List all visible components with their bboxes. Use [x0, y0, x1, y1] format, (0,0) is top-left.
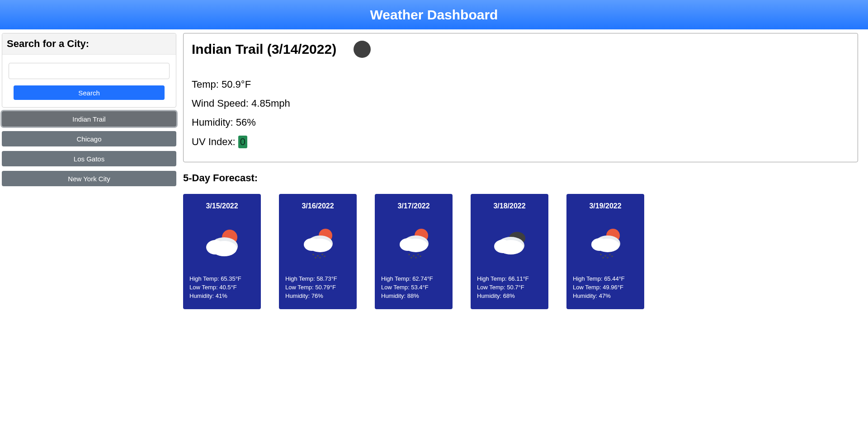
current-uv-label: UV Index:: [192, 136, 238, 147]
forecast-stats: High Temp: 65.35°FLow Temp: 40.5°FHumidi…: [189, 275, 255, 299]
history-item[interactable]: Indian Trail: [2, 111, 176, 127]
cloud-sun-rain-icon: [573, 224, 638, 260]
forecast-high: High Temp: 65.35°F: [189, 275, 255, 282]
app-title: Weather Dashboard: [370, 7, 498, 23]
history-item[interactable]: Chicago: [2, 131, 176, 146]
forecast-date: 3/15/2022: [189, 202, 255, 210]
forecast-card: 3/19/2022High Temp: 65.44°FLow Temp: 49.…: [566, 194, 644, 309]
current-stats: Temp: 50.9°F Wind Speed: 4.85mph Humidit…: [192, 79, 849, 148]
search-button[interactable]: Search: [14, 85, 165, 100]
forecast-title: 5-Day Forecast:: [183, 172, 858, 184]
search-title: Search for a City:: [2, 33, 176, 55]
current-uv-row: UV Index: 0: [192, 136, 849, 148]
forecast-high: High Temp: 65.44°F: [573, 275, 638, 282]
current-wind: Wind Speed: 4.85mph: [192, 98, 849, 109]
forecast-stats: High Temp: 65.44°FLow Temp: 49.96°FHumid…: [573, 275, 638, 299]
current-temp: Temp: 50.9°F: [192, 79, 849, 90]
history-item[interactable]: New York City: [2, 171, 176, 186]
forecast-card: 3/17/2022High Temp: 62.74°FLow Temp: 53.…: [375, 194, 453, 309]
cloud-sun-rain-icon: [381, 224, 446, 260]
forecast-stats: High Temp: 58.73°FLow Temp: 50.79°FHumid…: [285, 275, 350, 299]
forecast-card: 3/16/2022High Temp: 58.73°FLow Temp: 50.…: [279, 194, 357, 309]
search-history-list: Indian TrailChicagoLos GatosNew York Cit…: [2, 111, 176, 186]
search-body: Search: [2, 55, 176, 100]
app-header: Weather Dashboard: [0, 0, 868, 29]
forecast-date: 3/19/2022: [573, 202, 638, 210]
main-container: Search for a City: Search Indian TrailCh…: [0, 29, 868, 309]
current-humidity: Humidity: 56%: [192, 117, 849, 128]
forecast-date: 3/16/2022: [285, 202, 350, 210]
sidebar: Search for a City: Search Indian TrailCh…: [0, 33, 176, 309]
search-panel: Search for a City: Search: [2, 33, 176, 108]
current-weather-card: Indian Trail (3/14/2022) Temp: 50.9°F Wi…: [183, 33, 858, 162]
forecast-high: High Temp: 62.74°F: [381, 275, 446, 282]
current-weather-icon: [354, 41, 371, 58]
cloud-sun-icon: [189, 224, 255, 260]
forecast-humidity: Humidity: 41%: [189, 292, 255, 299]
forecast-date: 3/18/2022: [477, 202, 542, 210]
forecast-low: Low Temp: 49.96°F: [573, 284, 638, 291]
forecast-humidity: Humidity: 47%: [573, 292, 638, 299]
cloud-sun-rain-icon: [285, 224, 350, 260]
forecast-stats: High Temp: 62.74°FLow Temp: 53.4°FHumidi…: [381, 275, 446, 299]
current-title-row: Indian Trail (3/14/2022): [192, 41, 849, 58]
forecast-card: 3/18/2022High Temp: 66.11°FLow Temp: 50.…: [471, 194, 548, 309]
forecast-high: High Temp: 66.11°F: [477, 275, 542, 282]
forecast-stats: High Temp: 66.11°FLow Temp: 50.7°FHumidi…: [477, 275, 542, 299]
main-content: Indian Trail (3/14/2022) Temp: 50.9°F Wi…: [183, 33, 868, 309]
forecast-low: Low Temp: 40.5°F: [189, 284, 255, 291]
uv-index-badge: 0: [238, 136, 247, 148]
forecast-low: Low Temp: 50.79°F: [285, 284, 350, 291]
forecast-high: High Temp: 58.73°F: [285, 275, 350, 282]
cloud-overcast-icon: [477, 224, 542, 260]
forecast-low: Low Temp: 50.7°F: [477, 284, 542, 291]
history-item[interactable]: Los Gatos: [2, 151, 176, 166]
forecast-humidity: Humidity: 88%: [381, 292, 446, 299]
forecast-card: 3/15/2022High Temp: 65.35°FLow Temp: 40.…: [183, 194, 261, 309]
forecast-row: 3/15/2022High Temp: 65.35°FLow Temp: 40.…: [183, 194, 858, 309]
city-search-input[interactable]: [9, 63, 170, 79]
current-city-date: Indian Trail (3/14/2022): [192, 42, 336, 57]
forecast-date: 3/17/2022: [381, 202, 446, 210]
forecast-humidity: Humidity: 76%: [285, 292, 350, 299]
forecast-humidity: Humidity: 68%: [477, 292, 542, 299]
forecast-low: Low Temp: 53.4°F: [381, 284, 446, 291]
